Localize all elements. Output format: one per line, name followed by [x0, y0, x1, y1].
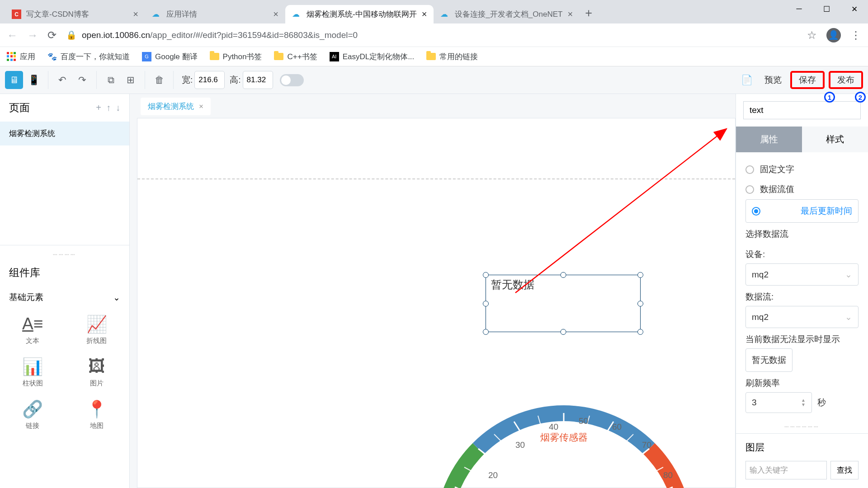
resize-handle[interactable] [637, 329, 643, 335]
component-barchart[interactable]: 📊柱状图 [7, 357, 59, 388]
app-toolbar: 🖥 📱 ↶ ↷ ⧉ ⊞ 🗑 宽: 高: 📄 预览 保存 发布 1 2 [0, 66, 868, 94]
tab-attributes[interactable]: 属性 [736, 127, 802, 152]
radio-fixed-text[interactable]: 固定文字 [745, 160, 859, 179]
layer-header: 图层 [736, 433, 868, 461]
cloud-icon: ☁ [440, 9, 450, 19]
component-category[interactable]: 基础元素 ⌄ [0, 286, 129, 308]
barchart-icon: 📊 [22, 357, 43, 375]
refresh-unit: 秒 [817, 397, 826, 408]
image-icon: 🖼 [88, 357, 105, 375]
chevron-down-icon: ⌄ [845, 312, 852, 322]
delete-button[interactable]: 🗑 [150, 71, 168, 89]
close-icon[interactable]: × [422, 9, 427, 19]
resize-handle[interactable] [637, 272, 643, 278]
stream-label: 数据流: [745, 286, 859, 306]
document-icon[interactable]: 📄 [738, 71, 756, 89]
copy-button[interactable]: ⧉ [102, 71, 120, 89]
forward-button[interactable]: → [27, 29, 38, 42]
radio-icon [745, 185, 754, 194]
close-icon[interactable]: × [199, 102, 203, 111]
component-map[interactable]: 📍地图 [71, 400, 123, 430]
close-window-button[interactable]: ✕ [840, 0, 868, 18]
move-down-icon[interactable]: ↓ [116, 103, 120, 113]
component-library-header: 组件库 [0, 259, 129, 286]
resize-handle[interactable] [483, 300, 489, 306]
stream-select[interactable]: mq2⌄ [745, 306, 859, 328]
back-button[interactable]: ← [7, 29, 18, 42]
star-icon[interactable]: ☆ [807, 29, 817, 42]
bookmark-label: C++书签 [287, 52, 317, 62]
height-input[interactable] [243, 71, 273, 89]
preview-button[interactable]: 预览 [758, 71, 788, 89]
close-icon[interactable]: × [273, 9, 278, 19]
device-label: 设备: [745, 243, 859, 263]
bookmark-item[interactable]: 常用的链接 [426, 52, 478, 62]
url-field[interactable]: 🔒 open.iot.10086.cn/app_editor/#/edit?pi… [66, 30, 797, 40]
width-input[interactable] [194, 71, 225, 89]
selected-text-element[interactable]: 暂无数据 [486, 275, 641, 332]
bookmark-item[interactable]: 🐾百度一下，你就知道 [47, 52, 130, 62]
publish-button[interactable]: 发布 [829, 71, 863, 89]
maximize-button[interactable]: ☐ [813, 0, 840, 18]
resize-handle[interactable] [560, 329, 566, 335]
bookmark-item[interactable]: GGoogle 翻译 [142, 52, 198, 62]
undo-button[interactable]: ↶ [53, 71, 71, 89]
search-button[interactable]: 查找 [830, 461, 859, 479]
gauge-title: 烟雾传感器 [540, 431, 588, 444]
radio-last-update[interactable]: 最后更新时间 [745, 199, 859, 223]
resize-handle[interactable] [483, 272, 489, 278]
component-image[interactable]: 🖼图片 [71, 357, 123, 388]
component-link[interactable]: 🔗链接 [7, 400, 59, 430]
resize-handle[interactable] [560, 272, 566, 278]
nodata-value: 暂无数据 [752, 354, 786, 366]
profile-icon[interactable]: 👤 [826, 28, 841, 42]
chevron-down-icon: ⌄ [113, 292, 120, 303]
bookmark-item[interactable]: AIEasyDL定制化物体... [330, 52, 415, 62]
radio-data-stream[interactable]: 数据流值 [745, 179, 859, 199]
move-up-icon[interactable]: ↑ [106, 103, 111, 113]
tab-styles[interactable]: 样式 [802, 127, 868, 152]
toggle-switch[interactable] [280, 74, 304, 86]
menu-icon[interactable]: ⋮ [850, 29, 861, 42]
layer-search-input[interactable]: 输入关键字 [745, 461, 827, 479]
minimize-button[interactable]: ─ [785, 0, 813, 18]
refresh-spinner[interactable]: 3 ▲▼ [745, 392, 812, 413]
mobile-view-button[interactable]: 📱 [25, 71, 43, 89]
close-icon[interactable]: × [133, 9, 138, 19]
component-label: 折线图 [86, 337, 107, 345]
save-button[interactable]: 保存 [790, 71, 825, 89]
resize-handle[interactable] [483, 329, 489, 335]
browser-tab[interactable]: ☁ 设备连接_开发者文档_OneNET × [434, 5, 580, 23]
component-label: 地图 [90, 422, 104, 430]
resize-handle[interactable] [637, 300, 643, 306]
gauge-tick: 60 [612, 422, 622, 432]
component-linechart[interactable]: 📈折线图 [71, 315, 123, 345]
add-page-icon[interactable]: + [96, 103, 101, 113]
component-text[interactable]: A≡文本 [7, 315, 59, 345]
browser-tab-active[interactable]: ☁ 烟雾检测系统-中国移动物联网开 × [285, 5, 434, 23]
browser-tab[interactable]: ☁ 应用详情 × [145, 5, 285, 23]
height-label: 高: [230, 74, 241, 86]
page-item[interactable]: 烟雾检测系统 [0, 122, 129, 145]
tab-title: 写文章-CSDN博客 [26, 9, 128, 19]
radio-label: 固定文字 [760, 164, 794, 175]
ungroup-button[interactable]: ⊞ [122, 71, 140, 89]
radio-icon [752, 207, 760, 216]
component-name-field[interactable]: text [743, 101, 861, 119]
canvas[interactable]: 烟雾检测系统 × 暂无数据 [130, 94, 736, 488]
apps-button[interactable]: 应用 [7, 52, 35, 62]
reload-button[interactable]: ⟳ [47, 29, 57, 42]
bookmark-item[interactable]: C++书签 [274, 52, 317, 62]
close-icon[interactable]: × [567, 9, 573, 19]
bookmark-item[interactable]: Python书签 [210, 52, 262, 62]
gauge-widget[interactable]: 0 10 20 30 40 50 60 70 80 90 100 烟雾传感器 N… [419, 353, 708, 488]
canvas-tab[interactable]: 烟雾检测系统 × [141, 98, 211, 115]
new-tab-button[interactable]: + [580, 6, 598, 23]
device-select[interactable]: mq2⌄ [745, 263, 859, 286]
spinner-down-icon[interactable]: ▼ [801, 403, 806, 407]
browser-tab[interactable]: C 写文章-CSDN博客 × [5, 5, 145, 23]
desktop-view-button[interactable]: 🖥 [5, 71, 23, 89]
redo-button[interactable]: ↷ [73, 71, 91, 89]
bookmark-label: EasyDL定制化物体... [343, 52, 415, 62]
nodata-input[interactable]: 暂无数据 [745, 348, 793, 372]
